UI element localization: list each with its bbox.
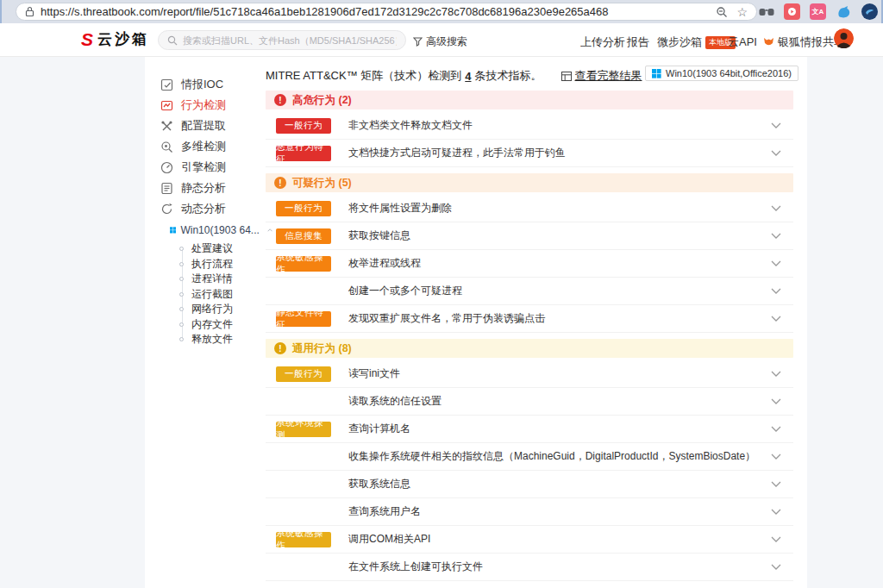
- sidebar-item-dynamic-analysis[interactable]: 动态分析: [160, 198, 272, 219]
- sidebar-item-engine-detect[interactable]: 引擎检测: [160, 157, 272, 178]
- chevron-down-icon[interactable]: [771, 426, 781, 432]
- global-search[interactable]: [158, 30, 406, 50]
- advanced-search-button[interactable]: 高级搜索: [413, 34, 467, 49]
- video-extension-icon[interactable]: [784, 3, 800, 20]
- rule-tag: [276, 394, 331, 410]
- logo-s-icon: S: [81, 30, 93, 48]
- behavior-sections: ! 高危行为 (2) 一般行为 非文档类文件释放文档文件 恶意行为特征 文档快捷…: [266, 91, 793, 581]
- threatbook-logo[interactable]: S 云沙箱: [81, 29, 149, 49]
- rule-tag[interactable]: 系统敏感操作: [276, 532, 331, 547]
- chevron-down-icon[interactable]: [771, 122, 781, 128]
- bird-extension-icon[interactable]: [836, 3, 852, 20]
- rule-tag[interactable]: 信息搜集: [276, 228, 331, 244]
- funnel-icon: [413, 37, 423, 47]
- rule-text: 读取系统的信任设置: [348, 394, 771, 409]
- nav-cloud-api[interactable]: 云API: [728, 34, 757, 50]
- chevron-down-icon[interactable]: [771, 288, 781, 294]
- chevron-down-icon[interactable]: [771, 454, 781, 460]
- rule-text: 获取按键信息: [348, 228, 771, 243]
- chevron-down-icon[interactable]: [771, 481, 781, 487]
- glasses-extension-icon[interactable]: [758, 3, 774, 20]
- behavior-rule-row[interactable]: 系统环境探测 查询计算机名: [266, 416, 793, 443]
- search-input[interactable]: [183, 35, 397, 46]
- sidebar-sub-item[interactable]: 网络行为: [179, 302, 272, 317]
- behavior-section: ! 高危行为 (2) 一般行为 非文档类文件释放文档文件 恶意行为特征 文档快捷…: [266, 91, 793, 167]
- sidebar-env-win10[interactable]: Win10(1903 64...: [170, 221, 272, 240]
- bookmark-star-icon[interactable]: ☆: [736, 6, 748, 18]
- behavior-rule-row[interactable]: 读取系统的信任设置: [266, 388, 793, 416]
- sidebar-item-config-extract[interactable]: 配置提取: [160, 116, 272, 136]
- user-avatar[interactable]: [834, 28, 854, 48]
- fox-icon: [763, 37, 774, 47]
- behavior-rule-row[interactable]: 静态文件特征 发现双重扩展文件名，常用于伪装诱骗点击: [266, 305, 793, 333]
- behavior-content: MITRE ATT&CK™ 矩阵（技术）检测到 4 条技术指标。 查看完整结果 …: [266, 67, 793, 581]
- env-badge[interactable]: Win10(1903 64bit,Office2016): [645, 66, 798, 81]
- site-navbar: S 云沙箱 高级搜索 上传分析 报告 微步沙箱本地版 云API 银狐情报共享: [0, 23, 883, 57]
- chevron-down-icon[interactable]: [771, 509, 781, 515]
- chevron-down-icon[interactable]: [771, 205, 781, 211]
- sidebar-item-behavior-detect[interactable]: 行为检测: [160, 95, 272, 116]
- behavior-rule-row[interactable]: 在文件系统上创建可执行文件: [266, 554, 793, 581]
- nav-sandbox[interactable]: 微步沙箱本地版: [657, 34, 736, 50]
- rule-tag[interactable]: 系统环境探测: [276, 422, 331, 437]
- sidebar-sub-item[interactable]: 释放文件: [179, 332, 272, 347]
- behavior-rule-row[interactable]: 一般行为 非文档类文件释放文档文件: [266, 112, 793, 140]
- behavior-rule-row[interactable]: 查询系统用户名: [266, 498, 793, 526]
- sidebar-sub-item[interactable]: 进程详情: [179, 272, 272, 287]
- behavior-rule-row[interactable]: 获取系统信息: [266, 471, 793, 498]
- nav-fox-intel-share[interactable]: 银狐情报共享: [763, 34, 845, 50]
- zoom-icon[interactable]: [716, 6, 728, 18]
- behavior-rule-row[interactable]: 一般行为 将文件属性设置为删除: [266, 195, 793, 222]
- sidebar-item-multi-detect[interactable]: 多维检测: [160, 136, 272, 157]
- behavior-rule-row[interactable]: 一般行为 读写ini文件: [266, 360, 793, 388]
- report-panel: 情报IOC 行为检测 配置提取 多维检测 引擎检测 静态分析: [145, 57, 807, 588]
- rule-text: 文档快捷方式启动可疑进程，此手法常用于钓鱼: [348, 146, 771, 160]
- rule-tag: [276, 449, 331, 465]
- windows-logo-icon: [652, 69, 661, 78]
- compass-extension-icon[interactable]: [861, 3, 878, 20]
- address-bar[interactable]: https://s.threatbook.com/report/file/51c…: [16, 3, 757, 21]
- rule-tag[interactable]: 一般行为: [276, 118, 331, 134]
- chevron-down-icon[interactable]: [771, 398, 781, 404]
- refresh-icon: [160, 203, 173, 216]
- behavior-rule-row[interactable]: 系统敏感操作 调用COM相关API: [266, 526, 793, 554]
- chevron-down-icon[interactable]: [771, 260, 781, 266]
- indicator-count[interactable]: 4: [465, 70, 471, 83]
- bullet-dot-icon: [179, 262, 184, 266]
- sidebar-item-intel-ioc[interactable]: 情报IOC: [160, 74, 272, 95]
- sidebar-sub-item[interactable]: 执行流程: [179, 257, 272, 272]
- chevron-down-icon[interactable]: [771, 564, 781, 570]
- rule-tag[interactable]: 恶意行为特征: [276, 146, 331, 161]
- mitre-header-prefix: MITRE ATT&CK™ 矩阵（技术）检测到: [266, 68, 461, 84]
- translate-extension-icon[interactable]: 文A: [810, 3, 826, 20]
- url-text: https://s.threatbook.com/report/file/51c…: [41, 5, 707, 18]
- rule-tag[interactable]: 一般行为: [276, 366, 331, 382]
- behavior-rule-row[interactable]: 信息搜集 获取按键信息: [266, 222, 793, 250]
- advanced-search-label: 高级搜索: [426, 34, 467, 49]
- sidebar-item-static-analysis[interactable]: 静态分析: [160, 178, 272, 198]
- chevron-down-icon[interactable]: [771, 150, 781, 156]
- rule-tag[interactable]: 一般行为: [276, 201, 331, 216]
- behavior-icon: [160, 99, 173, 112]
- nav-upload-analysis[interactable]: 上传分析: [580, 34, 625, 50]
- rule-tag[interactable]: 系统敏感操作: [276, 256, 331, 272]
- sidebar-sub-item[interactable]: 内存文件: [179, 317, 272, 333]
- sidebar-sub-item[interactable]: 运行截图: [179, 287, 272, 303]
- chevron-down-icon[interactable]: [771, 233, 781, 239]
- rule-tag: [276, 477, 331, 492]
- logo-text: 云沙箱: [97, 29, 149, 49]
- chevron-down-icon[interactable]: [771, 536, 781, 542]
- nav-report[interactable]: 报告: [627, 34, 649, 50]
- behavior-rule-row[interactable]: 系统敏感操作 枚举进程或线程: [266, 250, 793, 278]
- bullet-dot-icon: [179, 337, 184, 341]
- behavior-rule-row[interactable]: 恶意行为特征 文档快捷方式启动可疑进程，此手法常用于钓鱼: [266, 140, 793, 167]
- sidebar-sub-list: 处置建议 执行流程 进程详情 运行截图 网络行为 内存文件 释放文件: [179, 241, 272, 347]
- view-full-results-link[interactable]: 查看完整结果: [561, 68, 642, 84]
- chevron-down-icon[interactable]: [771, 316, 781, 322]
- behavior-rule-row[interactable]: 创建一个或多个可疑进程: [266, 278, 793, 305]
- chevron-down-icon[interactable]: [771, 371, 781, 377]
- rule-tag[interactable]: 静态文件特征: [276, 311, 331, 327]
- behavior-rule-row[interactable]: 收集操作系统硬件相关的指纹信息（MachineGuid，DigitalProdu…: [266, 443, 793, 471]
- sidebar-sub-item[interactable]: 处置建议: [179, 241, 272, 257]
- rule-text: 调用COM相关API: [348, 532, 771, 547]
